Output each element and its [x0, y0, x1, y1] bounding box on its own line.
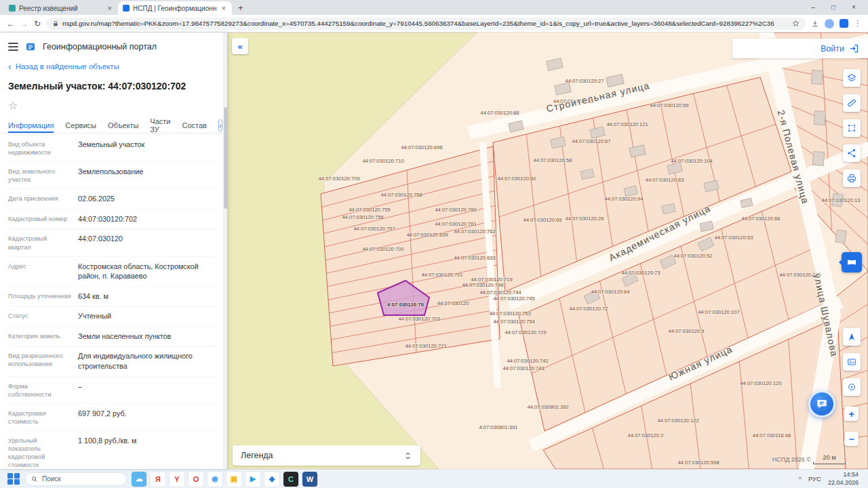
taskbar-clock[interactable]: 14:54 22.04.2026: [828, 471, 859, 487]
favorite-star-icon[interactable]: ☆: [0, 92, 227, 113]
share-button[interactable]: [843, 144, 861, 162]
field-label: Площадь уточненная: [8, 291, 71, 302]
taskbar-app-folder-explorer[interactable]: ▣: [226, 472, 241, 487]
image-icon: [846, 357, 857, 367]
building-shape: [811, 70, 823, 84]
browser-tab-nspd[interactable]: НСПД | Геоинформационный п ×: [118, 1, 232, 15]
new-tab-button[interactable]: +: [232, 3, 250, 13]
field-row: Форма собственности–: [8, 377, 216, 404]
tab-composition[interactable]: Состав: [182, 117, 206, 133]
language-indicator[interactable]: РУС: [808, 475, 821, 483]
field-row: Дата присвоения02.06.2025: [8, 189, 216, 209]
parcel-label: 44:07:030120:67: [572, 138, 610, 144]
taskbar-app-weather-widget[interactable]: ☁: [132, 472, 146, 487]
field-value: 44:07:030120:702: [78, 214, 216, 224]
taskbar-app-yandex-browser[interactable]: Я: [151, 472, 165, 487]
screen: Реестр извещений × НСПД | Геоинформацион…: [0, 0, 868, 488]
field-label: Удельный показатель кадастровой стоимост…: [8, 436, 71, 469]
info-fields: Вид объекта недвижимостиЗемельный участо…: [0, 134, 227, 469]
extension-icon[interactable]: [840, 19, 848, 28]
zoom-out-button[interactable]: −: [844, 432, 859, 446]
field-label: Кадастровая стоимость: [8, 409, 71, 426]
field-row: Вид земельного участкаЗемлепользование: [8, 162, 216, 189]
download-icon[interactable]: [811, 20, 819, 28]
parcel-label: 44:07:030120:52: [673, 253, 712, 259]
tray-expand-icon[interactable]: ^: [799, 476, 802, 483]
locate-button[interactable]: [843, 328, 861, 346]
taskbar-app-telegram[interactable]: ▶: [245, 472, 260, 487]
print-icon: [846, 173, 857, 184]
tab-close-icon[interactable]: ×: [106, 4, 113, 12]
zoom-in-button[interactable]: +: [844, 407, 859, 421]
parcel-label: 44:07:030120:26: [565, 216, 604, 222]
print-button[interactable]: [843, 169, 861, 187]
menu-icon[interactable]: [8, 43, 18, 51]
collapse-panel-button[interactable]: «: [232, 38, 248, 54]
tabs-scroll-button[interactable]: ›: [218, 119, 222, 131]
tab-services[interactable]: Сервисы: [65, 117, 96, 133]
field-row: Кадастровый квартал44:07:030120: [8, 229, 216, 256]
basemap-button[interactable]: [843, 353, 861, 371]
field-value: Учтенный: [78, 311, 216, 321]
map-area[interactable]: 44:07:030120:2744:07:030120:71144:07:030…: [227, 33, 868, 469]
selected-parcel-label: 4:07:030120:70: [387, 302, 424, 308]
parcel-label: 44:07:030120:122: [657, 418, 698, 424]
field-row: Удельный показатель кадастровой стоимост…: [8, 431, 216, 469]
login-button[interactable]: Войти: [821, 44, 844, 54]
map-toolbar-bottom: [843, 328, 861, 396]
parcel-label: 44:07:030120:73: [621, 270, 660, 276]
taskbar-app-word[interactable]: W: [302, 472, 317, 487]
panorama-icon: [846, 256, 858, 268]
share-icon: [846, 148, 857, 159]
window-maximize-button[interactable]: □: [823, 0, 844, 14]
taskbar-apps: ☁ЯYO◉▣▶◆CW: [132, 472, 317, 487]
layers-icon: [846, 73, 857, 83]
browser-urlbar: ← → ↻ nspd.gov.ru/map?thematic=PKK&zoom=…: [0, 15, 868, 33]
ruler-button[interactable]: [843, 94, 861, 112]
chat-button[interactable]: [808, 390, 835, 418]
forward-icon[interactable]: →: [20, 19, 28, 28]
address-bar[interactable]: nspd.gov.ru/map?thematic=PKK&zoom=17.984…: [46, 18, 806, 30]
layers-button[interactable]: [843, 69, 861, 87]
parcel-label: 44:07:030120:700: [362, 246, 403, 252]
tab-parcel-parts[interactable]: Части ЗУ: [150, 117, 170, 133]
parcel-label: 44:07:030120:9: [669, 328, 705, 334]
window-minimize-button[interactable]: –: [803, 0, 823, 14]
profile-avatar[interactable]: [825, 19, 834, 28]
page-title: Земельный участок: 44:07:030120:702: [0, 75, 227, 92]
browser-tab-registry[interactable]: Реестр извещений ×: [4, 1, 118, 15]
taskbar-app-yandex[interactable]: Y: [170, 472, 184, 487]
taskbar-app-vscode[interactable]: ◆: [264, 472, 279, 487]
tab-objects[interactable]: Объекты: [108, 117, 138, 133]
bookmark-star-icon[interactable]: [792, 20, 800, 27]
window-close-button[interactable]: ×: [844, 0, 864, 14]
parcel-label: 44:07:030120:27: [565, 78, 604, 84]
parcel-label: 44:07:030120:753: [489, 310, 530, 317]
map-canvas[interactable]: 44:07:030120:2744:07:030120:71144:07:030…: [227, 33, 868, 469]
reload-icon[interactable]: ↻: [34, 19, 41, 28]
taskbar-tray: ^ РУС 14:54 22.04.2026: [799, 471, 861, 487]
back-icon[interactable]: ←: [7, 19, 15, 28]
taskbar-search[interactable]: Поиск: [25, 472, 127, 486]
legend-toggle[interactable]: Легенда: [233, 445, 420, 466]
field-value: –: [78, 382, 216, 399]
parcel-label: 44:07:030120:721: [405, 343, 446, 349]
taskbar-app-clion[interactable]: C: [283, 472, 298, 487]
scrollbar-thumb[interactable]: [224, 107, 227, 209]
field-value: Костромская область, Костромской район, …: [78, 262, 216, 281]
target-button[interactable]: [843, 378, 861, 396]
taskbar-app-chrome[interactable]: ◉: [208, 472, 222, 487]
legend-expand-icon: [403, 451, 412, 460]
parcel-label: 44:07:030120:58: [533, 157, 572, 163]
back-to-results-link[interactable]: ‹ Назад в найденные объекты: [0, 58, 227, 75]
tab-close-icon[interactable]: ×: [220, 4, 227, 12]
measure-area-button[interactable]: [843, 119, 861, 137]
start-button[interactable]: [7, 472, 20, 486]
back-chevron-icon: ‹: [8, 62, 12, 71]
tab-information[interactable]: Информация: [8, 117, 54, 133]
browser-menu-icon[interactable]: ⋮: [854, 19, 861, 28]
parcel-label: 44:07:030120:746: [462, 282, 503, 288]
taskbar-app-opera[interactable]: O: [189, 472, 203, 487]
panel-scrollbar[interactable]: [223, 33, 227, 469]
panorama-tool-button[interactable]: [842, 252, 862, 272]
